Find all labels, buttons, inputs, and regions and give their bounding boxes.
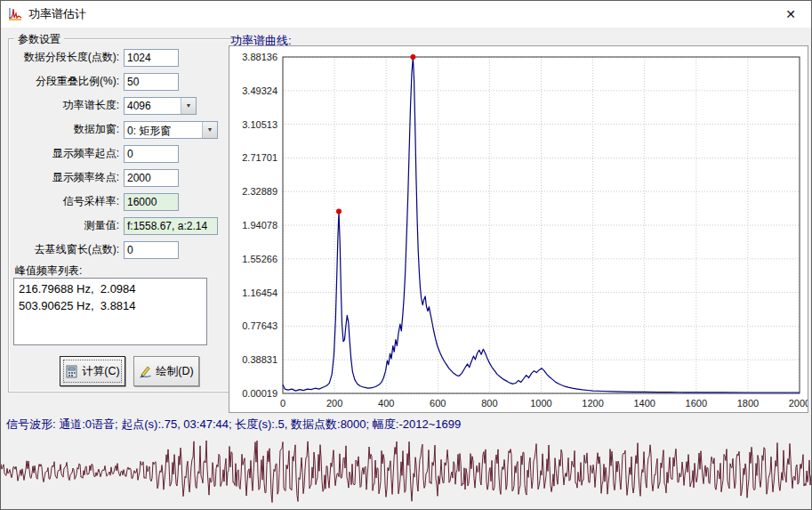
freq-start-input-label: 显示频率起点: — [10, 146, 124, 161]
svg-text:2000: 2000 — [789, 398, 808, 409]
title-bar: 功率谱估计 ✕ — [1, 1, 811, 28]
param-row: 显示频率终点: — [10, 166, 241, 190]
param-row: 显示频率起点: — [10, 142, 241, 166]
svg-text:1200: 1200 — [582, 398, 603, 409]
svg-text:1000: 1000 — [530, 398, 551, 409]
param-row: 去基线窗长(点数): — [10, 238, 241, 262]
param-row: 功率谱长度:4096▼ — [10, 93, 241, 117]
svg-text:400: 400 — [378, 398, 394, 409]
freq-end-input-label: 显示频率终点: — [10, 170, 124, 185]
param-row: 数据加窗:0: 矩形窗▼ — [10, 117, 241, 142]
calculate-button-label: 计算(C) — [82, 364, 119, 379]
svg-text:1.16454: 1.16454 — [242, 287, 277, 298]
peak-list-label: 峰值频率列表: — [15, 263, 82, 279]
svg-text:2.71701: 2.71701 — [242, 152, 277, 163]
svg-text:0.77643: 0.77643 — [242, 320, 277, 331]
svg-text:800: 800 — [481, 398, 497, 409]
svg-text:0: 0 — [280, 398, 285, 409]
spectrum-chart-panel[interactable]: 02004006008001000120014001600180020000.0… — [229, 45, 808, 413]
measured-value-input[interactable] — [124, 217, 218, 235]
draw-button[interactable]: 绘制(D) — [133, 356, 199, 386]
svg-text:1600: 1600 — [686, 398, 707, 409]
peak-frequency-list[interactable]: 216.79688 Hz, 2.0984503.90625 Hz, 3.8814 — [13, 278, 207, 345]
spectrum-chart-svg[interactable]: 02004006008001000120014001600180020000.0… — [229, 46, 808, 412]
param-row: 分段重叠比例(%): — [10, 69, 241, 93]
segment-length-input-label: 数据分段长度(点数): — [10, 50, 124, 65]
param-fields: 数据分段长度(点数):分段重叠比例(%):功率谱长度:4096▼数据加窗:0: … — [10, 45, 241, 262]
app-icon — [8, 7, 22, 21]
close-icon: ✕ — [785, 7, 796, 21]
peak-list-item[interactable]: 216.79688 Hz, 2.0984 — [19, 280, 202, 297]
power-spectrum-dialog: 功率谱估计 ✕ 参数设置 数据分段长度(点数):分段重叠比例(%):功率谱长度:… — [0, 0, 812, 510]
svg-text:1800: 1800 — [737, 398, 759, 409]
calculator-icon — [65, 365, 78, 378]
svg-text:3.49324: 3.49324 — [242, 85, 277, 96]
svg-text:3.88136: 3.88136 — [242, 52, 277, 62]
segment-length-input[interactable] — [124, 49, 179, 67]
window-type-select-value: 0: 矩形窗 — [125, 122, 202, 138]
baseline-window-input[interactable] — [124, 241, 179, 259]
param-row: 信号采样率: — [10, 190, 241, 214]
sample-rate-input-label: 信号采样率: — [10, 194, 124, 209]
spectrum-length-select-value: 4096 — [125, 98, 181, 114]
calculate-button[interactable]: 计算(C) — [60, 356, 125, 386]
param-row: 测量值: — [10, 214, 241, 238]
overlap-ratio-input[interactable] — [124, 73, 179, 91]
svg-text:1.55266: 1.55266 — [242, 254, 277, 264]
param-row: 数据分段长度(点数): — [10, 45, 241, 69]
svg-text:3.10513: 3.10513 — [242, 119, 277, 130]
svg-text:600: 600 — [430, 398, 446, 409]
signal-waveform — [1, 433, 812, 510]
pencil-icon — [139, 365, 152, 378]
chevron-down-icon[interactable]: ▼ — [181, 98, 196, 114]
chevron-down-icon[interactable]: ▼ — [202, 122, 217, 138]
freq-start-input[interactable] — [124, 145, 179, 163]
measured-value-input-label: 测量值: — [10, 218, 124, 233]
svg-text:1.94078: 1.94078 — [242, 220, 277, 231]
close-button[interactable]: ✕ — [770, 1, 811, 28]
window-title: 功率谱估计 — [28, 6, 86, 22]
peak-list-item[interactable]: 503.90625 Hz, 3.8814 — [19, 297, 202, 314]
draw-button-label: 绘制(D) — [156, 364, 193, 379]
sample-rate-input[interactable] — [124, 193, 179, 211]
overlap-ratio-input-label: 分段重叠比例(%): — [10, 74, 124, 89]
svg-text:1400: 1400 — [633, 398, 655, 409]
spectrum-length-select[interactable]: 4096▼ — [124, 97, 197, 115]
freq-end-input[interactable] — [124, 169, 179, 187]
button-row: 计算(C) 绘制(D) — [60, 356, 199, 386]
window-type-select[interactable]: 0: 矩形窗▼ — [124, 121, 218, 139]
window-type-select-label: 数据加窗: — [10, 122, 124, 137]
svg-text:0.38831: 0.38831 — [242, 354, 277, 365]
signal-status-text: 信号波形: 通道:0语音; 起点(s):.75, 03:47:44; 长度(s)… — [6, 417, 461, 433]
svg-text:0.00019: 0.00019 — [242, 388, 277, 399]
spectrum-length-select-label: 功率谱长度: — [10, 98, 124, 113]
svg-text:200: 200 — [326, 398, 342, 409]
baseline-window-input-label: 去基线窗长(点数): — [10, 242, 124, 257]
svg-text:2.32889: 2.32889 — [242, 186, 277, 197]
